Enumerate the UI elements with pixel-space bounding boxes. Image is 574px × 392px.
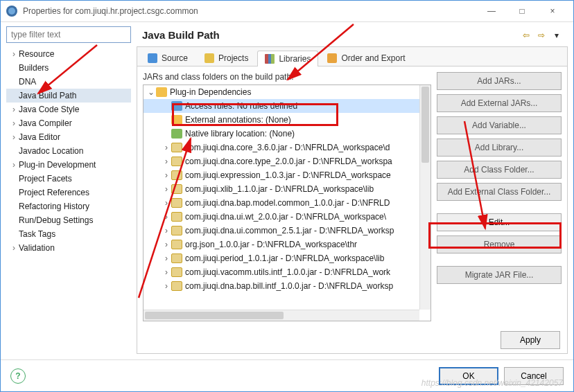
- tree-node-label: Plug-in Dependencies: [170, 87, 251, 97]
- twisty-icon: ›: [162, 212, 171, 222]
- close-button[interactable]: ×: [537, 1, 568, 21]
- tree-node-plugin-dependencies[interactable]: ⌄Plug-in Dependencies: [144, 85, 430, 99]
- sidebar-item-label: Javadoc Location: [19, 146, 83, 156]
- add-library-button[interactable]: Add Library...: [437, 139, 562, 157]
- sidebar-item-project-references[interactable]: Project References: [6, 186, 131, 199]
- tab-order-and-export[interactable]: Order and Export: [320, 50, 412, 66]
- eclipse-icon: [6, 6, 17, 17]
- sidebar-item-java-build-path[interactable]: Java Build Path: [6, 89, 131, 103]
- twisty-icon: ›: [9, 243, 19, 253]
- maximize-button[interactable]: □: [507, 1, 537, 21]
- twisty-icon: ›: [9, 160, 19, 170]
- back-icon[interactable]: ⇦: [521, 30, 532, 41]
- properties-dialog: Properties for com.jiuqi.hr.project.csgc…: [0, 0, 574, 392]
- jar-icon: [171, 101, 182, 111]
- add-external-jars-button[interactable]: Add External JARs...: [437, 94, 562, 112]
- tab-source[interactable]: Source: [140, 50, 195, 66]
- filter-input[interactable]: [6, 26, 131, 43]
- jar-icon: [171, 184, 182, 194]
- twisty-icon: ›: [9, 105, 19, 114]
- cancel-button[interactable]: Cancel: [504, 367, 564, 385]
- jar-icon: [171, 170, 182, 180]
- tree-node-label: org.json_1.0.0.jar - D:\NFRLDA_workspace…: [185, 240, 357, 249]
- twisty-icon: ›: [9, 49, 19, 59]
- tree-node[interactable]: ›com.jiuqi.period_1.0.1.jar - D:\NFRLDA_…: [144, 251, 430, 265]
- tree-node[interactable]: ›com.jiuqi.dna.core.type_2.0.0.jar - D:\…: [144, 154, 430, 168]
- jar-icon: [171, 143, 182, 152]
- apply-button[interactable]: Apply: [501, 331, 560, 349]
- tab-label: Libraries: [279, 54, 311, 64]
- sidebar-item-dna[interactable]: DNA: [6, 75, 131, 89]
- tree-node[interactable]: ›com.jiuqi.dna.ui.common_2.5.1.jar - D:\…: [144, 224, 430, 238]
- category-tree[interactable]: ›ResourceBuildersDNAJava Build Path›Java…: [6, 47, 131, 354]
- button-column: Add JARs... Add External JARs... Add Var…: [437, 72, 562, 321]
- tree-node[interactable]: ›com.jiuqi.dna.bap.model.common_1.0.0.ja…: [144, 196, 430, 210]
- sidebar-item-label: Java Editor: [19, 132, 60, 142]
- sidebar-item-label: Builders: [19, 63, 49, 73]
- main-pane: Java Build Path ⇦ ⇨ ▾ SourceProjectsLibr…: [137, 26, 568, 354]
- tab-projects[interactable]: Projects: [197, 50, 256, 66]
- sidebar-item-java-editor[interactable]: ›Java Editor: [6, 130, 131, 144]
- twisty-icon: ›: [162, 143, 171, 152]
- help-icon[interactable]: ?: [10, 368, 26, 384]
- ok-button[interactable]: OK: [439, 367, 498, 385]
- sidebar-item-java-compiler[interactable]: ›Java Compiler: [6, 116, 131, 130]
- dropdown-icon[interactable]: ▾: [551, 30, 562, 41]
- category-sidebar: ›ResourceBuildersDNAJava Build Path›Java…: [6, 26, 131, 354]
- tree-node[interactable]: ›com.jiuqi.vacomm.utils.intf_1.0.0.jar -…: [144, 265, 430, 279]
- sidebar-item-javadoc-location[interactable]: Javadoc Location: [6, 144, 131, 158]
- tree-node[interactable]: ›com.jiuqi.dna.core_3.6.0.jar - D:\NFRLD…: [144, 141, 430, 154]
- order and export-tab-icon: [327, 53, 337, 63]
- sidebar-item-label: Validation: [19, 243, 55, 253]
- jar-icon: [171, 115, 182, 125]
- tree-node[interactable]: ›com.jiuqi.expression_1.0.3.jar - D:\NFR…: [144, 168, 430, 182]
- tree-node[interactable]: External annotations: (None): [144, 113, 430, 127]
- sidebar-item-label: Plug-in Development: [19, 160, 96, 170]
- jar-icon: [171, 281, 182, 291]
- edit-button[interactable]: Edit...: [437, 213, 562, 231]
- tree-node[interactable]: ›com.jiuqi.dna.bap.bill.intf_1.0.0.jar -…: [144, 279, 430, 293]
- twisty-icon: ›: [9, 132, 19, 142]
- minimize-button[interactable]: —: [476, 1, 507, 21]
- sidebar-item-run-debug-settings[interactable]: Run/Debug Settings: [6, 213, 131, 227]
- add-variable-button[interactable]: Add Variable...: [437, 116, 562, 134]
- sidebar-item-label: Project Facets: [19, 174, 72, 184]
- jar-icon: [171, 198, 182, 208]
- tree-node[interactable]: ›com.jiuqi.dna.ui.wt_2.0.0.jar - D:\NFRL…: [144, 210, 430, 224]
- libraries-tree[interactable]: ⌄Plug-in Dependencies Access rules: No r…: [143, 84, 431, 321]
- tree-node[interactable]: Access rules: No rules defined: [144, 99, 430, 113]
- migrate-jar-button[interactable]: Migrate JAR File...: [437, 266, 562, 284]
- forward-icon[interactable]: ⇨: [536, 30, 547, 41]
- sidebar-item-label: Java Compiler: [19, 118, 72, 128]
- source-tab-icon: [148, 53, 157, 63]
- sidebar-item-java-code-style[interactable]: ›Java Code Style: [6, 103, 131, 116]
- sidebar-item-builders[interactable]: Builders: [6, 61, 131, 75]
- sidebar-item-label: Refactoring History: [19, 202, 89, 211]
- vertical-scrollbar[interactable]: [419, 85, 430, 310]
- twisty-icon: ›: [162, 253, 171, 263]
- remove-button[interactable]: Remove: [437, 235, 562, 253]
- horizontal-scrollbar[interactable]: [144, 310, 419, 321]
- tree-node[interactable]: Native library location: (None): [144, 127, 430, 141]
- tab-label: Projects: [218, 53, 248, 63]
- sidebar-item-resource[interactable]: ›Resource: [6, 47, 131, 61]
- sidebar-item-refactoring-history[interactable]: Refactoring History: [6, 199, 131, 213]
- tree-node-label: com.jiuqi.dna.ui.wt_2.0.0.jar - D:\NFRLD…: [185, 212, 386, 222]
- titlebar[interactable]: Properties for com.jiuqi.hr.project.csgc…: [1, 1, 573, 21]
- tree-node[interactable]: ›com.jiuqi.xlib_1.1.0.jar - D:\NFRLDA_wo…: [144, 182, 430, 196]
- plugin-icon: [156, 87, 167, 97]
- tree-node[interactable]: ›org.json_1.0.0.jar - D:\NFRLDA_workspac…: [144, 238, 430, 251]
- sidebar-item-project-facets[interactable]: Project Facets: [6, 172, 131, 186]
- sidebar-item-plug-in-development[interactable]: ›Plug-in Development: [6, 158, 131, 172]
- add-external-class-folder-button[interactable]: Add External Class Folder...: [437, 183, 562, 201]
- twisty-icon: ›: [162, 170, 171, 180]
- sidebar-item-validation[interactable]: ›Validation: [6, 241, 131, 255]
- sidebar-item-label: Project References: [19, 188, 89, 197]
- add-class-folder-button[interactable]: Add Class Folder...: [437, 161, 562, 179]
- tab-libraries[interactable]: Libraries: [257, 51, 318, 66]
- sidebar-item-task-tags[interactable]: Task Tags: [6, 227, 131, 241]
- tree-node-label: com.jiuqi.dna.core_3.6.0.jar - D:\NFRLDA…: [185, 143, 390, 152]
- tree-node-label: External annotations: (None): [185, 115, 291, 125]
- tree-node-label: Access rules: No rules defined: [185, 101, 297, 111]
- add-jars-button[interactable]: Add JARs...: [437, 72, 562, 90]
